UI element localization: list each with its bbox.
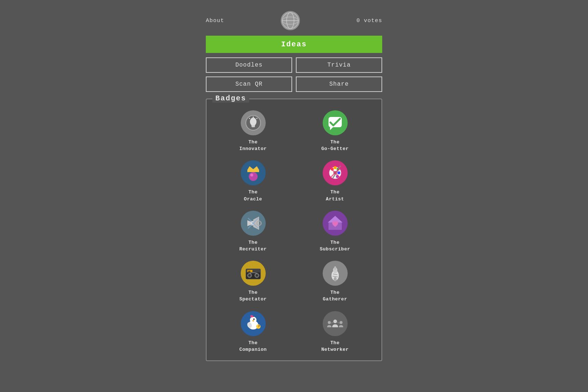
doodles-trivia-row: Doodles Trivia — [206, 57, 382, 73]
gatherer-icon — [322, 260, 348, 286]
badge-companion[interactable]: TheCompanion — [214, 310, 292, 353]
svg-point-58 — [250, 317, 257, 323]
networker-label: TheNetworker — [321, 340, 349, 353]
companion-icon — [240, 310, 266, 337]
about-link[interactable]: About — [206, 18, 224, 24]
recruiter-label: TheRecruiter — [239, 239, 267, 253]
svg-point-6 — [250, 118, 257, 126]
gatherer-label: TheGatherer — [323, 289, 347, 303]
innovator-icon — [240, 110, 266, 136]
svg-point-67 — [328, 321, 331, 324]
networker-icon — [322, 310, 348, 337]
go-getter-icon — [322, 110, 348, 136]
badge-networker[interactable]: TheNetworker — [296, 310, 374, 353]
svg-point-48 — [256, 274, 258, 277]
badge-artist[interactable]: TheArtist — [296, 160, 374, 202]
doodles-button[interactable]: Doodles — [206, 57, 292, 73]
svg-point-66 — [333, 320, 337, 323]
svg-point-23 — [334, 166, 337, 169]
oracle-label: TheOracle — [244, 189, 262, 202]
share-button[interactable]: Share — [296, 76, 382, 92]
svg-point-63 — [258, 325, 259, 326]
logo-icon — [282, 12, 299, 29]
svg-point-47 — [248, 274, 251, 277]
subscriber-icon — [322, 210, 348, 236]
oracle-icon — [240, 160, 266, 186]
scan-share-row: Scan QR Share — [206, 76, 382, 92]
svg-point-52 — [334, 266, 336, 270]
app-logo[interactable] — [281, 11, 300, 30]
badge-gatherer[interactable]: TheGatherer — [296, 260, 374, 303]
badge-innovator[interactable]: TheInnovator — [214, 110, 292, 152]
scan-qr-button[interactable]: Scan QR — [206, 76, 292, 92]
companion-label: TheCompanion — [239, 340, 267, 353]
svg-line-11 — [249, 118, 250, 119]
badge-subscriber[interactable]: TheSubscriber — [296, 210, 374, 253]
badge-spectator[interactable]: VH TheSpectator — [214, 260, 292, 303]
ideas-button[interactable]: Ideas — [206, 36, 382, 53]
innovator-label: TheInnovator — [239, 139, 267, 152]
badges-section: Badges TheInnovator — [206, 99, 382, 361]
votes-count: 0 votes — [356, 18, 382, 24]
svg-point-17 — [249, 172, 258, 181]
svg-point-18 — [250, 174, 253, 177]
badge-oracle[interactable]: TheOracle — [214, 160, 292, 202]
svg-line-10 — [257, 118, 257, 119]
header: About 0 votes — [206, 7, 382, 36]
spectator-icon: VH — [240, 260, 266, 286]
trivia-button[interactable]: Trivia — [296, 57, 382, 73]
svg-point-53 — [334, 277, 337, 281]
app-container: About 0 votes Ideas Doodles Trivia Scan … — [206, 7, 382, 361]
badge-go-getter[interactable]: TheGo-Getter — [296, 110, 374, 152]
artist-label: TheArtist — [326, 189, 344, 202]
svg-text:VH: VH — [248, 271, 250, 273]
subscriber-label: TheSubscriber — [320, 239, 350, 253]
svg-point-65 — [323, 311, 348, 336]
badges-grid: TheInnovator TheGo-Getter — [214, 110, 374, 353]
spectator-label: TheSpectator — [239, 289, 267, 303]
badges-title: Badges — [212, 94, 249, 103]
go-getter-label: TheGo-Getter — [321, 139, 349, 152]
recruiter-icon — [240, 210, 266, 236]
svg-point-60 — [253, 318, 255, 320]
badge-recruiter[interactable]: TheRecruiter — [214, 210, 292, 253]
svg-point-25 — [337, 171, 340, 174]
svg-rect-8 — [252, 126, 255, 127]
artist-icon — [322, 160, 348, 186]
svg-rect-7 — [251, 125, 255, 126]
svg-point-68 — [340, 321, 343, 324]
